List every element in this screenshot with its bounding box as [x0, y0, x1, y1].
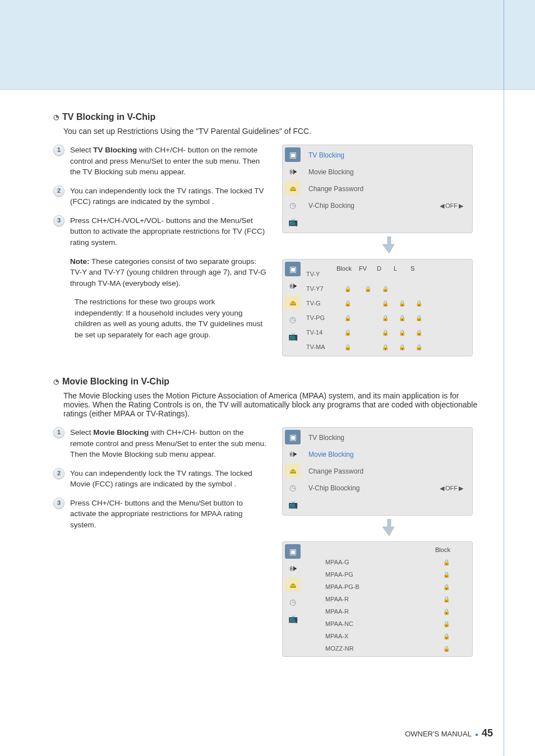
section1-note: Note: These categories consist of two se…: [70, 256, 266, 289]
section-title-text: Movie Blocking in V-Chip: [62, 377, 169, 387]
osd-row-vchip-blocking[interactable]: V-Chip Bloocking ◀ OFF ▶: [305, 480, 467, 496]
mpaa-row-pgb[interactable]: MPAA-PG-B🔒: [305, 581, 467, 592]
mpaa-row-nc[interactable]: MPAA-NC🔒: [305, 618, 467, 629]
mpaa-header: Block: [305, 544, 467, 555]
grid-row-tvma[interactable]: TV-MA🔒🔒🔒🔒: [305, 340, 467, 354]
s2-step1-text-b: Movie Blocking: [93, 428, 149, 437]
section-movie-blocking-title: ◔ Movie Blocking in V-Chip: [53, 377, 496, 387]
section2-step-2: 2 You can independently lock the TV rati…: [53, 468, 266, 490]
sound-icon: 🕪: [285, 447, 301, 461]
s2-step1-text-a: Select: [70, 428, 93, 437]
osd-row-vchip-blocking[interactable]: V-Chip Bocking ◀ OFF ▶: [305, 198, 467, 214]
osd-row-movie-blocking[interactable]: Movie Blocking: [305, 164, 467, 180]
picture-icon: ▣: [285, 544, 301, 559]
page-footer: OWNER'S MANUAL ● 45: [405, 727, 493, 739]
osd-row-tv-blocking[interactable]: TV Blocking: [305, 147, 467, 163]
disc-icon: ⏏: [285, 295, 301, 310]
mpaa-row-nr[interactable]: MOZZ-NR🔒: [305, 643, 467, 654]
down-arrow-icon: [282, 519, 496, 538]
osd-panel-movie-menu: ▣ 🕪 ⏏ ◷ 📺 TV Blocking Movie Blocking Cha…: [282, 427, 473, 516]
footer-page-number: 45: [482, 727, 493, 739]
osd-panel-mpaa-grid: ▣ 🕪 ⏏ ◷ 📺 Block MPAA-G🔒 MPAA-PG🔒 MPAA-PG…: [282, 541, 473, 657]
step3-text: Press CH+/CH-/VOL+/VOL- buttons and the …: [70, 215, 266, 248]
s2-step3-text: Press CH+/CH- buttons and the Menu/Set b…: [70, 498, 266, 531]
step-badge-3: 3: [53, 215, 64, 226]
side-dotted-rule: [504, 0, 504, 756]
clock-icon: ◷: [285, 312, 301, 327]
osd-row-change-password[interactable]: Change Password: [305, 181, 467, 197]
picture-icon: ▣: [285, 147, 301, 162]
disc-icon: ⏏: [285, 578, 301, 592]
section1-step-2: 2 You can independently lock the TV rati…: [53, 185, 266, 207]
section-tv-blocking-title: ◔ TV Blocking in V-Chip: [53, 112, 496, 122]
tv-icon: 📺: [285, 611, 301, 626]
footer-dot-icon: ●: [475, 731, 478, 738]
down-arrow-icon: [282, 236, 496, 256]
step-badge-2: 2: [53, 468, 64, 479]
grid-row-tvg[interactable]: TV-G🔒🔒🔒🔒: [305, 296, 467, 310]
clock-icon: ◷: [285, 198, 301, 212]
tv-icon: 📺: [285, 329, 301, 344]
grid-row-tv14[interactable]: TV-14🔒🔒🔒🔒: [305, 326, 467, 339]
osd-row-change-password[interactable]: Change Password: [305, 463, 467, 479]
step1-text-a: Select: [70, 146, 93, 154]
osd-panel-tv-menu: ▣ 🕪 ⏏ ◷ 📺 TV Blocking Movie Blocking Cha…: [282, 145, 473, 233]
section2-step-3: 3 Press CH+/CH- buttons and the Menu/Set…: [53, 498, 266, 531]
mpaa-row-pg[interactable]: MPAA-PG🔒: [305, 569, 467, 580]
s2-step2-text: You can independently lock the TV rating…: [70, 468, 266, 490]
sound-icon: 🕪: [285, 561, 301, 576]
mpaa-row-g[interactable]: MPAA-G🔒: [305, 556, 467, 568]
section1-step-1: 1 Select TV Blocking with CH+/CH- button…: [53, 145, 266, 178]
step2-text: You can independently lock the TV rating…: [70, 185, 266, 207]
mpaa-row-r2[interactable]: MPAA-R🔒: [305, 606, 467, 617]
section2-intro: The Movie Blocking uses the Motion Pictu…: [63, 391, 478, 418]
off-indicator: ◀ OFF ▶: [440, 485, 463, 492]
step-badge-2: 2: [53, 185, 64, 197]
picture-icon: ▣: [285, 430, 301, 444]
section-title-text: TV Blocking in V-Chip: [62, 112, 155, 122]
header-band: [0, 0, 535, 90]
tv-icon: 📺: [285, 215, 301, 229]
grid-row-tvy[interactable]: TV-Y: [305, 267, 467, 281]
clock-icon: ◷: [285, 595, 301, 609]
sound-icon: 🕪: [285, 279, 301, 293]
osd-panel-tv-grid: ▣ 🕪 ⏏ ◷ 📺 Block FV D L S: [282, 259, 473, 356]
osd-row-empty: [305, 215, 467, 230]
section1-intro: You can set up Restrictions Using the "T…: [63, 127, 496, 136]
off-indicator: ◀ OFF ▶: [440, 202, 463, 210]
footer-label: OWNER'S MANUAL: [405, 730, 472, 738]
picture-icon: ▣: [285, 262, 301, 276]
step1-text-b: TV Blocking: [93, 146, 137, 154]
section2-step-1: 1 Select Movie Blocking with CH+/CH- but…: [53, 427, 266, 460]
step-badge-1: 1: [53, 427, 64, 438]
note-p1: These categories consist of two separate…: [70, 257, 266, 287]
bullet-arrow-icon: ◔: [53, 113, 59, 121]
disc-icon: ⏏: [285, 181, 301, 196]
note-label: Note:: [70, 257, 90, 266]
section1-step-3: 3 Press CH+/CH-/VOL+/VOL- buttons and th…: [53, 215, 266, 248]
osd-row-movie-blocking[interactable]: Movie Blocking: [305, 447, 467, 462]
mpaa-row-x[interactable]: MPAA-X🔒: [305, 630, 467, 642]
disc-icon: ⏏: [285, 463, 301, 478]
step-badge-1: 1: [53, 145, 64, 156]
grid-row-tvy7[interactable]: TV-Y7🔒🔒🔒: [305, 282, 467, 295]
clock-icon: ◷: [285, 480, 301, 495]
section1-note-p2: The restrictions for these two groups wo…: [75, 296, 266, 340]
osd-row-tv-blocking[interactable]: TV Blocking: [305, 430, 467, 446]
osd-row-empty: [305, 497, 467, 513]
bullet-arrow-icon: ◔: [53, 378, 59, 386]
sound-icon: 🕪: [285, 164, 301, 179]
grid-row-tvpg[interactable]: TV-PG🔒🔒🔒🔒: [305, 311, 467, 324]
step-badge-3: 3: [53, 498, 64, 509]
tv-icon: 📺: [285, 497, 301, 512]
mpaa-row-r1[interactable]: MPAA-R🔒: [305, 593, 467, 605]
